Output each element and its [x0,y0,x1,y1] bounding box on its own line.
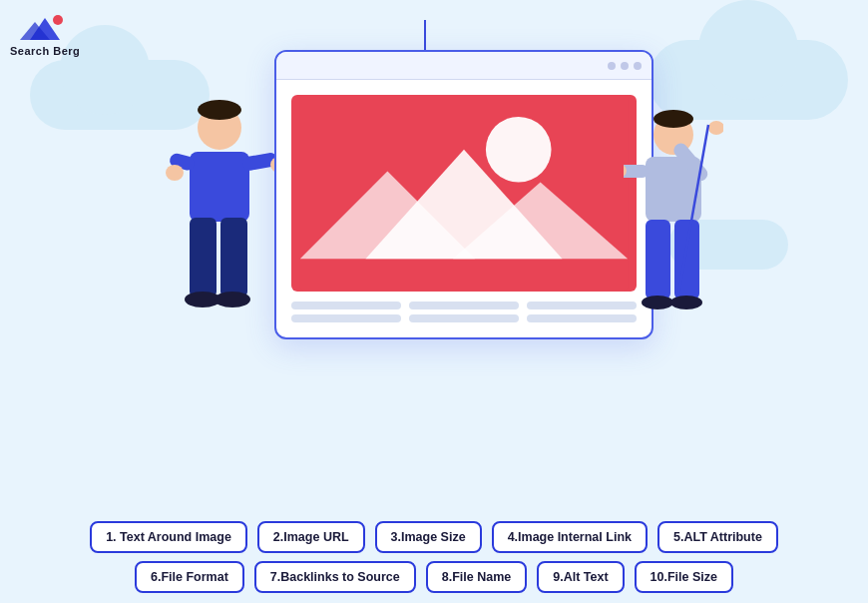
svg-rect-16 [220,218,247,298]
svg-rect-27 [674,220,699,300]
tag-2: 2.Image URL [257,521,365,553]
svg-point-18 [215,292,250,307]
person-right [624,110,723,329]
svg-rect-10 [190,152,249,222]
svg-rect-15 [190,218,217,298]
svg-point-20 [653,110,693,128]
browser-text-lines [291,302,637,322]
tags-row-1: 1. Text Around Image 2.Image URL 3.Image… [15,521,853,553]
svg-rect-26 [646,220,670,300]
svg-point-9 [198,100,241,120]
text-line-4 [291,314,401,322]
tag-7: 7.Backlinks to Source [254,561,416,593]
tags-row-2: 6.File Format 7.Backlinks to Source 8.Fi… [15,561,853,593]
text-line-1 [291,302,401,309]
tag-6: 6.File Format [135,561,244,593]
tag-5: 5.ALT Attribute [657,521,778,553]
text-line-3 [527,302,637,309]
logo-icon [20,10,70,45]
tag-10: 10.File Size [635,561,733,593]
image-placeholder [291,95,637,292]
text-line-2 [409,302,519,309]
text-line-group-1 [291,302,637,309]
browser-dot-3 [634,62,642,70]
svg-point-2 [53,15,63,25]
tag-3: 3.Image Size [375,521,482,553]
illustration-area [135,20,733,419]
browser-dot-1 [608,62,616,70]
tags-container: 1. Text Around Image 2.Image URL 3.Image… [0,521,868,593]
svg-rect-23 [624,165,649,178]
svg-point-14 [166,165,184,181]
tag-9: 9.Alt Text [537,561,624,593]
browser-content [276,80,651,337]
tag-8: 8.File Name [426,561,527,593]
browser-dot-2 [621,62,629,70]
tag-4: 4.Image Internal Link [492,521,648,553]
svg-point-28 [642,296,673,309]
svg-point-7 [486,117,552,183]
logo-text: Search Berg [10,45,80,57]
browser-window [274,50,653,339]
browser-header [276,52,651,80]
text-line-6 [527,314,637,322]
person-left [165,100,274,329]
tag-1: 1. Text Around Image [90,521,247,553]
logo: Search Berg [10,10,80,57]
svg-point-24 [708,121,723,135]
text-line-group-2 [291,314,637,322]
person-left-svg [165,100,274,329]
svg-point-29 [670,296,702,309]
image-svg [291,95,637,292]
person-right-svg [624,110,723,329]
text-line-5 [409,314,519,322]
